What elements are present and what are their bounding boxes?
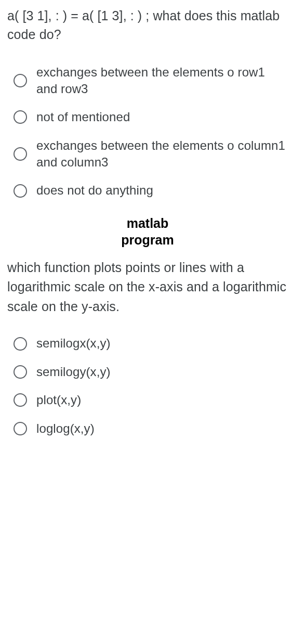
option-label: does not do anything <box>36 182 153 199</box>
option-label: not of mentioned <box>36 109 130 125</box>
question-2-text: which function plots points or lines wit… <box>7 258 288 317</box>
q1-option-3[interactable]: exchanges between the elements o column1… <box>7 133 288 175</box>
q1-option-2[interactable]: not of mentioned <box>7 105 288 130</box>
radio-icon <box>14 337 27 351</box>
question-1-options: exchanges between the elements o row1 an… <box>7 60 288 203</box>
radio-icon <box>14 422 27 435</box>
option-label: exchanges between the elements o row1 an… <box>36 64 287 98</box>
option-label: exchanges between the elements o column1… <box>36 137 287 171</box>
radio-icon <box>14 110 27 124</box>
section-header-line2: program <box>7 231 288 249</box>
radio-icon <box>14 184 27 198</box>
q1-option-1[interactable]: exchanges between the elements o row1 an… <box>7 60 288 102</box>
radio-icon <box>14 147 27 161</box>
section-header: matlab program <box>7 215 288 249</box>
radio-icon <box>14 365 27 379</box>
q2-option-3[interactable]: plot(x,y) <box>7 388 288 413</box>
q2-option-2[interactable]: semilogy(x,y) <box>7 359 288 384</box>
q1-option-4[interactable]: does not do anything <box>7 178 288 203</box>
option-label: loglog(x,y) <box>36 420 95 437</box>
option-label: plot(x,y) <box>36 392 81 408</box>
q2-option-4[interactable]: loglog(x,y) <box>7 416 288 441</box>
radio-icon <box>14 393 27 407</box>
question-2-options: semilogx(x,y) semilogy(x,y) plot(x,y) lo… <box>7 331 288 441</box>
option-label: semilogy(x,y) <box>36 364 111 380</box>
radio-icon <box>14 74 27 87</box>
option-label: semilogx(x,y) <box>36 335 111 352</box>
q2-option-1[interactable]: semilogx(x,y) <box>7 331 288 356</box>
question-1-text: a( [3 1], : ) = a( [1 3], : ) ; what doe… <box>7 6 288 44</box>
section-header-line1: matlab <box>7 215 288 232</box>
